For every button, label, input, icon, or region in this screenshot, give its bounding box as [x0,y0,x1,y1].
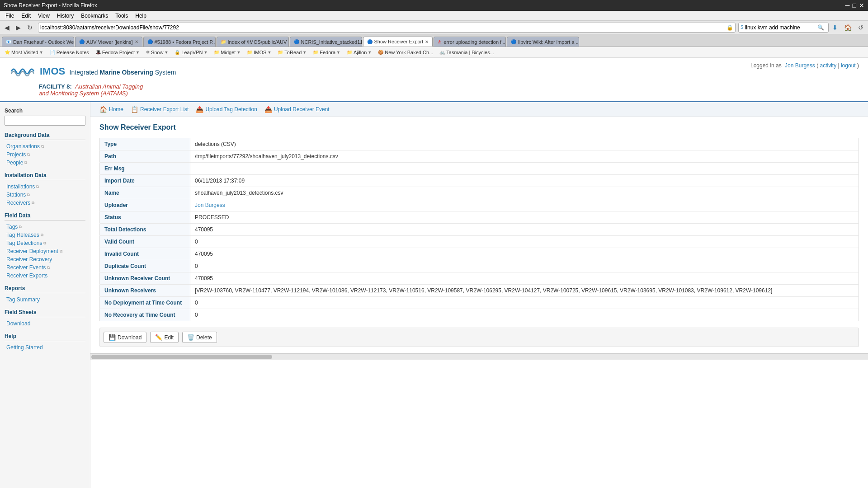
sidebar-item-download[interactable]: Download [5,319,85,328]
field-label-invalid-count: Invalid Count [100,248,190,260]
tab-6[interactable]: 🔵 Show Receiver Export ✕ [363,37,433,47]
nav-upload-receiver-event-label: Upload Receiver Event [274,106,330,113]
delete-button[interactable]: 🗑️ Delete [182,332,217,343]
sidebar-item-tag-summary[interactable]: Tag Summary [5,296,85,304]
toread-icon: 📁 [278,50,283,55]
sidebar-item-getting-started[interactable]: Getting Started [5,343,85,352]
tab-2-close[interactable]: ✕ [135,39,138,44]
search-bar-browser[interactable]: S 🔍 [738,23,829,33]
tab-7[interactable]: ⚠ error uploading detection fi... ✕ [434,37,506,47]
sidebar-item-projects[interactable]: Projects ⧉ [5,150,85,159]
page-scrollbar[interactable] [90,353,868,360]
field-label-no-deployment-count: No Deployment at Time Count [100,297,190,309]
tab-4[interactable]: 📁 Index of /IMOS/public/AUV ✕ [217,37,289,47]
edit-button[interactable]: ✏️ Edit [150,332,179,343]
table-row-unknown-receivers: Unknown Receivers [VR2W-103760, VR2W-110… [100,285,859,297]
bookmark-imos[interactable]: 📁 IMOS ▼ [244,49,274,56]
minimize-button[interactable]: ─ [845,2,850,9]
field-label-uploader: Uploader [100,199,190,211]
menu-history[interactable]: History [53,12,77,20]
tab-5[interactable]: 🔵 NCRIS_Initiative_stacked11... ✕ [290,37,362,47]
address-bar[interactable]: 🔒 [38,23,736,33]
browser-search-input[interactable] [745,24,817,31]
bookmark-leapvpn[interactable]: 🔒 LeapVPN ▼ [172,49,210,56]
logout-link[interactable]: logout [841,62,856,69]
sidebar-item-tag-releases[interactable]: Tag Releases ⧉ [5,231,85,239]
bookmark-ny-baked[interactable]: 🍪 New York Baked Ch... [375,49,436,56]
bookmark-most-visited-label: Most Visited [11,50,38,55]
menu-edit[interactable]: Edit [18,12,34,20]
menu-help[interactable]: Help [132,12,150,20]
sidebar-item-receiver-recovery[interactable]: Receiver Recovery [5,255,85,263]
sidebar-item-stations[interactable]: Stations ⧉ [5,191,85,199]
browser-toolbar: ◀ ▶ ↻ 🔒 S 🔍 ⬇ 🏠 ↺ [0,21,868,34]
forward-button[interactable]: ▶ [13,23,24,33]
menu-view[interactable]: View [34,12,53,20]
uploader-link[interactable]: Jon Burgess [195,202,225,208]
sidebar-item-people[interactable]: People ⧉ [5,159,85,167]
nav-home[interactable]: 🏠 Home [99,106,123,113]
imos-wave-logo [9,62,36,80]
edit-icon: ✏️ [155,334,162,341]
sidebar-item-tag-detections[interactable]: Tag Detections ⧉ [5,239,85,247]
close-button[interactable]: ✕ [859,2,864,9]
help-title: Help [5,333,85,341]
bookmark-toread[interactable]: 📁 ToRead ▼ [275,49,309,56]
table-row-type: Type detections (CSV) [100,138,859,150]
window-controls[interactable]: ─ □ ✕ [845,2,864,9]
sidebar-item-receiver-events[interactable]: Receiver Events ⧉ [5,263,85,272]
bookmark-fedora-project[interactable]: 🎩 Fedora Project ▼ [93,49,142,56]
tab-2[interactable]: 🔵 AUV Viewer [jenkins] ✕ [75,37,142,47]
bookmark-midget[interactable]: 📁 Midget ▼ [211,49,243,56]
tab-8-label: libvirt: Wiki: After import a ... [518,39,579,45]
nav-upload-tag-detection[interactable]: 📤 Upload Tag Detection [196,106,257,113]
refresh-button[interactable]: ↺ [855,23,866,33]
ny-baked-icon: 🍪 [378,50,383,55]
maximize-button[interactable]: □ [853,2,856,9]
action-buttons: 💾 Download ✏️ Edit 🗑️ Delete [99,328,859,347]
reload-button[interactable]: ↻ [24,23,35,33]
sidebar-item-installations[interactable]: Installations ⧉ [5,183,85,191]
bookmark-snow[interactable]: ❄ Snow ▼ [143,49,171,56]
scrollbar-thumb[interactable] [91,355,272,359]
back-button[interactable]: ◀ [2,23,12,33]
nav-home-label: Home [109,106,123,113]
tab-1[interactable]: 📧 Dan Fruehauf - Outlook We... ✕ [2,37,74,47]
bookmark-release-notes[interactable]: 📄 Release Notes [47,49,92,56]
delete-icon: 🗑️ [187,334,194,341]
receiver-events-ext-icon: ⧉ [47,265,50,270]
sidebar-item-tags[interactable]: Tags ⧉ [5,223,85,231]
home-button[interactable]: 🏠 [841,23,854,33]
tab-6-close[interactable]: ✕ [425,39,429,44]
sidebar-item-organisations[interactable]: Organisations ⧉ [5,142,85,150]
bookmark-most-visited[interactable]: ⭐ Most Visited ▼ [2,49,46,56]
tab-1-label: Dan Fruehauf - Outlook We... [13,39,74,45]
user-name-link[interactable]: Jon Burgess [785,62,815,69]
download-button[interactable]: 💾 Download [104,332,146,343]
bookmark-tasmania[interactable]: 🚲 Tasmania | Bicycles... [437,49,497,56]
sidebar-item-receivers[interactable]: Receivers ⧉ [5,199,85,207]
edit-label: Edit [164,334,174,341]
projects-ext-icon: ⧉ [27,152,30,157]
sidebar-item-receiver-deployment[interactable]: Receiver Deployment ⧉ [5,247,85,255]
ssl-icon: 🔒 [726,24,733,31]
tab-4-favicon: 📁 [221,39,226,44]
search-input[interactable] [5,116,85,126]
tab-2-favicon: 🔵 [79,39,85,44]
menu-bookmarks[interactable]: Bookmarks [77,12,112,20]
bookmark-fedora[interactable]: 📁 Fedora ▼ [310,49,343,56]
download-indicator[interactable]: ⬇ [830,23,840,33]
bookmark-ajillon[interactable]: 📁 Ajillon ▼ [344,49,374,56]
menu-tools[interactable]: Tools [112,12,132,20]
menu-file[interactable]: File [2,12,18,20]
search-submit-icon[interactable]: 🔍 [817,24,824,31]
tab-8[interactable]: 🔵 libvirt: Wiki: After import a ... ✕ [507,37,579,47]
address-input[interactable] [40,24,726,31]
sidebar-item-receiver-exports[interactable]: Receiver Exports [5,272,85,280]
tab-3[interactable]: 🔵 #51988 • Fedora Project P... ✕ [143,37,216,47]
activity-link[interactable]: activity [820,62,836,69]
bookmark-imos-label: IMOS [254,50,266,55]
nav-receiver-export-list[interactable]: 📋 Receiver Export List [131,106,189,113]
nav-upload-receiver-event[interactable]: 📤 Upload Receiver Event [264,106,330,113]
table-row-duplicate-count: Duplicate Count 0 [100,260,859,272]
